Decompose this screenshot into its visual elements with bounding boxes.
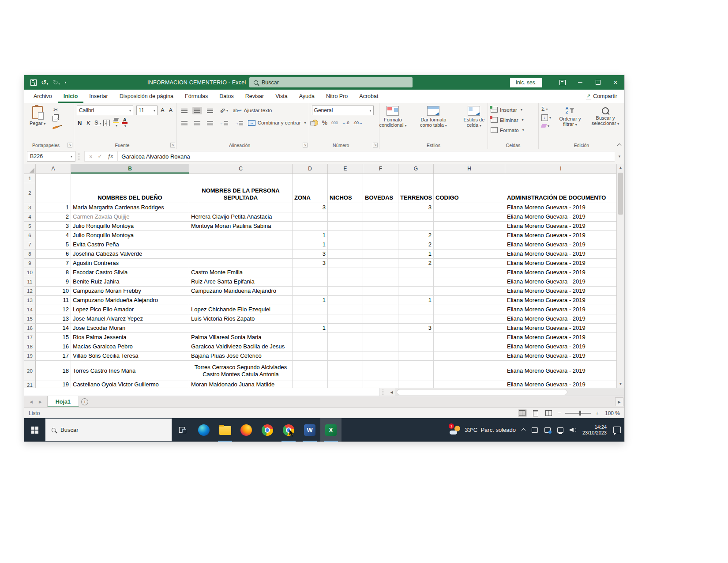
- cell-C7[interactable]: [189, 240, 293, 249]
- format-painter-button[interactable]: [51, 124, 60, 131]
- cell-B18[interactable]: Macias Garaicoa Pebro: [71, 342, 189, 351]
- confirm-entry-icon[interactable]: ✓: [98, 153, 102, 159]
- weather-widget[interactable]: 1 33°C Parc. soleado: [450, 425, 516, 435]
- alineacion-dialog-launcher[interactable]: ↘: [303, 143, 308, 147]
- cell-H12[interactable]: [434, 287, 505, 296]
- cell-C3[interactable]: [189, 203, 293, 212]
- copy-button[interactable]: ▾: [51, 115, 60, 122]
- cell-E8[interactable]: [328, 249, 363, 259]
- cell-F5[interactable]: [363, 222, 398, 231]
- number-format-select[interactable]: General▾: [312, 106, 374, 115]
- taskbar-chrome-2[interactable]: [278, 418, 299, 442]
- column-header-B[interactable]: B: [71, 164, 189, 174]
- cell-H21[interactable]: [434, 381, 505, 388]
- wrap-text-button[interactable]: ab↩ Ajustar texto: [233, 108, 272, 113]
- increase-decimal-icon[interactable]: ←.0: [342, 121, 349, 125]
- cell-B19[interactable]: Villao Solis Cecilia Teresa: [71, 351, 189, 361]
- row-header-8[interactable]: 8: [24, 249, 36, 259]
- taskbar-edge[interactable]: [193, 418, 214, 442]
- cell-I11[interactable]: Eliana Moreno Guevara - 2019: [505, 277, 617, 287]
- select-all-corner[interactable]: [24, 164, 36, 174]
- column-header-D[interactable]: D: [293, 164, 328, 174]
- cell-I15[interactable]: Eliana Moreno Guevara - 2019: [505, 314, 617, 324]
- cell-B13[interactable]: Campuzano Maridueña Alejandro: [71, 296, 189, 305]
- row-header-12[interactable]: 12: [24, 287, 36, 296]
- cell-E3[interactable]: [328, 203, 363, 212]
- cell-G21[interactable]: [398, 381, 434, 388]
- taskbar-chrome[interactable]: [257, 418, 278, 442]
- cell-G11[interactable]: [398, 277, 434, 287]
- cell-C10[interactable]: Castro Monte Emilia: [189, 268, 293, 277]
- cell-E1[interactable]: [328, 174, 363, 183]
- horizontal-scrollbar[interactable]: [395, 388, 624, 396]
- minimize-button[interactable]: [571, 75, 589, 90]
- cell-C21[interactable]: Moran Maldonado Juana Matilde: [189, 381, 293, 388]
- cell-I16[interactable]: Eliana Moreno Guevara - 2019: [505, 324, 617, 333]
- cell-C13[interactable]: [189, 296, 293, 305]
- cell-I18[interactable]: Eliana Moreno Guevara - 2019: [505, 342, 617, 351]
- cell-B6[interactable]: Julio Ronquillo Montoya: [71, 231, 189, 240]
- task-view-button[interactable]: [172, 418, 193, 442]
- screen-share-icon[interactable]: [544, 427, 551, 433]
- cut-button[interactable]: ✂: [51, 106, 60, 113]
- decrease-decimal-icon[interactable]: .00→: [353, 121, 363, 125]
- start-button[interactable]: [24, 418, 45, 442]
- cell-E5[interactable]: [328, 222, 363, 231]
- cell-G16[interactable]: 3: [398, 324, 434, 333]
- cell-F2[interactable]: BOVEDAS: [363, 183, 398, 203]
- fill-button[interactable]: ↓: [541, 114, 551, 121]
- cell-H8[interactable]: [434, 249, 505, 259]
- cell-E21[interactable]: [328, 381, 363, 388]
- cell-A11[interactable]: 9: [36, 277, 71, 287]
- clear-button[interactable]: [541, 122, 551, 129]
- cell-H11[interactable]: [434, 277, 505, 287]
- column-header-C[interactable]: C: [189, 164, 293, 174]
- cell-G15[interactable]: [398, 314, 434, 324]
- taskbar-excel[interactable]: [320, 418, 341, 442]
- cell-C9[interactable]: [189, 259, 293, 268]
- cell-I17[interactable]: Eliana Moreno Guevara - 2019: [505, 333, 617, 342]
- cell-H19[interactable]: [434, 351, 505, 361]
- cell-F9[interactable]: [363, 259, 398, 268]
- share-button[interactable]: ↗ Compartir: [579, 90, 624, 103]
- cell-B21[interactable]: Castellano Oyola Victor Guillermo: [71, 381, 189, 388]
- cell-C19[interactable]: Bajaña Pluas Jose Ceferico: [189, 351, 293, 361]
- zoom-out-button[interactable]: −: [558, 410, 561, 416]
- cell-I1[interactable]: [505, 174, 617, 183]
- cell-H4[interactable]: [434, 212, 505, 222]
- cell-F7[interactable]: [363, 240, 398, 249]
- cell-D10[interactable]: [293, 268, 328, 277]
- tab-fórmulas[interactable]: Fórmulas: [179, 90, 214, 103]
- decrease-font-icon[interactable]: Aˇ: [169, 107, 173, 113]
- percent-style-icon[interactable]: %: [322, 119, 327, 126]
- cell-E6[interactable]: [328, 231, 363, 240]
- cell-F15[interactable]: [363, 314, 398, 324]
- cell-G8[interactable]: 1: [398, 249, 434, 259]
- cell-G10[interactable]: [398, 268, 434, 277]
- cell-D11[interactable]: [293, 277, 328, 287]
- cell-B3[interactable]: Maria Margarita Cardenas Rodriges: [71, 203, 189, 212]
- cell-H9[interactable]: [434, 259, 505, 268]
- cell-C11[interactable]: Ruiz Arce Santa Epifania: [189, 277, 293, 287]
- cell-D16[interactable]: 1: [293, 324, 328, 333]
- cell-H20[interactable]: [434, 361, 505, 381]
- comma-style-icon[interactable]: 000: [331, 121, 338, 125]
- cell-A1[interactable]: [36, 174, 71, 183]
- cell-C18[interactable]: Garaicoa Valdiviezo Bacilia de Jesus: [189, 342, 293, 351]
- column-header-A[interactable]: A: [36, 164, 71, 174]
- cell-D9[interactable]: 3: [293, 259, 328, 268]
- paste-button[interactable]: Pegar: [27, 105, 48, 141]
- cell-D15[interactable]: [293, 314, 328, 324]
- expand-formula-bar-icon[interactable]: ▾: [615, 154, 624, 159]
- cell-A6[interactable]: 4: [36, 231, 71, 240]
- align-right-button[interactable]: [205, 119, 215, 127]
- cell-F19[interactable]: [363, 351, 398, 361]
- collapse-ribbon-icon[interactable]: [617, 143, 621, 147]
- format-cells-button[interactable]: Formato: [491, 125, 524, 135]
- cell-F20[interactable]: [363, 361, 398, 381]
- tab-disposición-de-página[interactable]: Disposición de página: [114, 90, 179, 103]
- cell-D7[interactable]: 1: [293, 240, 328, 249]
- title-search-box[interactable]: Buscar: [249, 77, 413, 87]
- cell-C2[interactable]: NOMBRES DE LA PERSONASEPULTADA: [189, 183, 293, 203]
- tab-revisar[interactable]: Revisar: [240, 90, 270, 103]
